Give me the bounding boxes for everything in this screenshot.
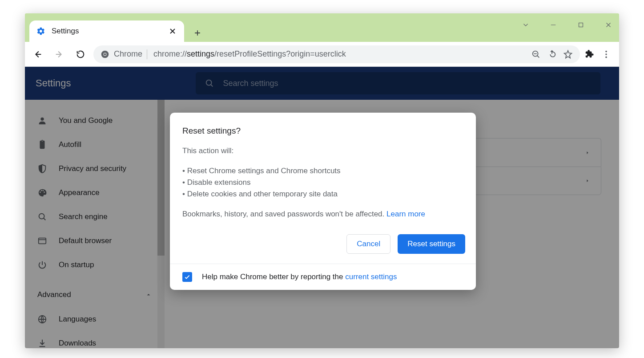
browser-tab[interactable]: Settings [29, 20, 184, 42]
window-controls [519, 18, 616, 32]
url-scheme: chrome:// [153, 49, 187, 58]
extensions-icon[interactable] [584, 49, 594, 59]
dialog-bullet: Delete cookies and other temporary site … [182, 188, 463, 200]
svg-point-3 [104, 53, 106, 55]
svg-point-7 [605, 56, 607, 58]
chip-separator [147, 49, 147, 59]
tab-strip: Settings [25, 13, 619, 42]
reset-settings-button[interactable]: Reset settings [398, 234, 465, 254]
reload-button[interactable] [72, 46, 89, 63]
chrome-window: Settings Chrome [25, 13, 619, 348]
back-button[interactable] [29, 46, 46, 63]
dialog-title: Reset settings? [182, 124, 463, 137]
url-host: settings [187, 49, 214, 58]
reset-settings-dialog: Reset settings? This action will: Reset … [170, 113, 476, 290]
svg-point-6 [605, 53, 607, 55]
close-tab-icon[interactable] [168, 27, 177, 36]
dialog-bullet: Disable extensions [182, 177, 463, 188]
reset-settings-button-label: Reset settings [407, 240, 455, 248]
dialog-lead: This action will: [182, 145, 463, 157]
url-path: /resetProfileSettings?origin=userclick [214, 49, 346, 58]
share-icon[interactable] [547, 49, 557, 59]
dialog-actions: Cancel Reset settings [170, 230, 476, 264]
new-tab-button[interactable] [189, 24, 206, 42]
chrome-logo-icon [101, 50, 109, 59]
svg-rect-0 [579, 23, 583, 27]
kebab-menu-icon[interactable] [601, 49, 611, 59]
dialog-footer-text: Help make Chrome better by reporting the… [202, 273, 397, 281]
tab-title: Settings [52, 27, 162, 36]
report-settings-checkbox[interactable] [182, 272, 192, 282]
window-dropdown-icon[interactable] [519, 18, 533, 32]
url-display: chrome://settings/resetProfileSettings?o… [153, 49, 346, 59]
cancel-button[interactable]: Cancel [346, 234, 390, 254]
address-bar[interactable]: Chrome chrome://settings/resetProfileSet… [93, 45, 580, 63]
check-icon [184, 273, 191, 281]
svg-point-5 [605, 50, 607, 52]
current-settings-link[interactable]: current settings [345, 273, 397, 281]
gear-icon [36, 27, 45, 36]
dialog-note: Bookmarks, history, and saved passwords … [182, 208, 463, 220]
window-minimize-button[interactable] [546, 18, 560, 32]
site-chip: Chrome [101, 49, 147, 59]
dialog-bullet: Reset Chrome settings and Chrome shortcu… [182, 165, 463, 177]
browser-toolbar: Chrome chrome://settings/resetProfileSet… [25, 42, 619, 67]
window-maximize-button[interactable] [574, 18, 588, 32]
site-chip-label: Chrome [114, 49, 142, 59]
bookmark-star-icon[interactable] [563, 49, 573, 59]
window-close-button[interactable] [601, 18, 616, 32]
learn-more-link[interactable]: Learn more [386, 210, 425, 218]
dialog-note-text: Bookmarks, history, and saved passwords … [182, 210, 386, 218]
dialog-footer: Help make Chrome better by reporting the… [170, 264, 476, 290]
forward-button[interactable] [51, 46, 68, 63]
zoom-out-icon[interactable] [531, 49, 541, 59]
footer-text: Help make Chrome better by reporting the [202, 273, 345, 281]
cancel-button-label: Cancel [357, 240, 380, 248]
dialog-bullet-list: Reset Chrome settings and Chrome shortcu… [182, 165, 463, 200]
